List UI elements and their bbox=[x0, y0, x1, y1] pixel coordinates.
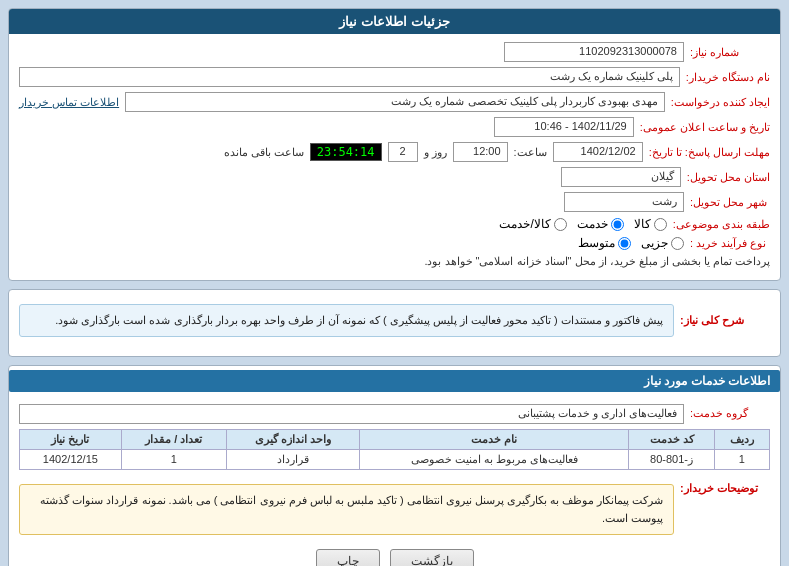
row-shomareNiaz: شماره نیاز: 1102092313000078 bbox=[19, 42, 770, 62]
grohe-row: گروه خدمت: فعالیت‌های اداری و خدمات پشتی… bbox=[19, 404, 770, 424]
col-date: تاریخ نیاز bbox=[20, 429, 122, 449]
row-ostan: استان محل تحویل: گیلان bbox=[19, 167, 770, 187]
noFarayand-jozii-label: جزیی bbox=[641, 236, 668, 250]
mohlat-timer: 23:54:14 bbox=[310, 143, 382, 161]
row-ijadKonande: ایجاد کننده درخواست: مهدی بهبودی کاربردا… bbox=[19, 92, 770, 112]
ostan-value: گیلان bbox=[561, 167, 681, 187]
ijadKonande-label: ایجاد کننده درخواست: bbox=[671, 96, 770, 109]
ijaadKonande-link[interactable]: اطلاعات تماس خریدار bbox=[19, 96, 119, 109]
namdastgah-value: پلی کلینیک شماره یک رشت bbox=[19, 67, 680, 87]
page-title: جزئیات اطلاعات نیاز bbox=[339, 14, 449, 29]
sarh-panel: شرح کلی نیاز: پیش فاکتور و مستندات ( تاک… bbox=[8, 289, 781, 357]
col-radif: ردیف bbox=[714, 429, 769, 449]
sarh-panel-body: شرح کلی نیاز: پیش فاکتور و مستندات ( تاک… bbox=[9, 290, 780, 356]
tarikh-value: 1402/11/29 - 10:46 bbox=[494, 117, 634, 137]
row-namdastgah: نام دستگاه خریدار: پلی کلینیک شماره یک ر… bbox=[19, 67, 770, 87]
row-tarikh: تاریخ و ساعت اعلان عمومی: 1402/11/29 - 1… bbox=[19, 117, 770, 137]
mohlat-baghimande-label: ساعت باقی مانده bbox=[224, 146, 304, 159]
ostan-label: استان محل تحویل: bbox=[687, 171, 770, 184]
tabaghe-radio-group: کالا خدمت کالا/خدمت bbox=[499, 217, 666, 231]
sarh-row: شرح کلی نیاز: پیش فاکتور و مستندات ( تاک… bbox=[19, 298, 770, 343]
table-row: 1ز-801-80فعالیت‌های مربوط به امنیت خصوصی… bbox=[20, 449, 770, 469]
tozih-row: توضیحات خریدار: شرکت پیمانکار موظف به بک… bbox=[19, 478, 770, 541]
info-panel: اطلاعات خدمات مورد نیاز گروه خدمت: فعالی… bbox=[8, 365, 781, 566]
shahr-label: شهر محل تحویل: bbox=[690, 196, 770, 209]
grohe-value: فعالیت‌های اداری و خدمات پشتیبانی bbox=[19, 404, 684, 424]
main-panel: جزئیات اطلاعات نیاز شماره نیاز: 11020923… bbox=[8, 8, 781, 281]
row-noFarayand: نوع فرآیند خرید : جزیی متوسط bbox=[19, 236, 770, 250]
col-count: تعداد / مقدار bbox=[121, 429, 226, 449]
mohlat-date: 1402/12/02 bbox=[553, 142, 643, 162]
sarh-title: شرح کلی نیاز: bbox=[680, 314, 770, 327]
col-kod: کد خدمت bbox=[629, 429, 714, 449]
tabaghe-kala-khadamat-label: کالا/خدمت bbox=[499, 217, 550, 231]
pardakht-note: پرداخت تمام یا بخشی از مبلغ خرید، از محل… bbox=[19, 255, 770, 268]
ijadKonande-value: مهدی بهبودی کاربردار پلی کلینیک تخصصی شم… bbox=[125, 92, 665, 112]
back-button[interactable]: بازگشت bbox=[390, 549, 474, 566]
pardakht-note-text: پرداخت تمام یا بخشی از مبلغ خرید، از محل… bbox=[424, 255, 770, 267]
radio-khadamat[interactable]: خدمت bbox=[577, 217, 624, 231]
radio-jozii[interactable]: جزیی bbox=[641, 236, 684, 250]
tozih-text: شرکت پیمانکار موظف به بکارگیری پرسنل نیر… bbox=[19, 484, 674, 535]
mohlat-saat-label: ساعت: bbox=[514, 146, 547, 159]
radio-khadamat-input[interactable] bbox=[611, 218, 624, 231]
col-unit: واحد اندازه گیری bbox=[226, 429, 359, 449]
radio-motavaset[interactable]: متوسط bbox=[578, 236, 631, 250]
main-container: جزئیات اطلاعات نیاز شماره نیاز: 11020923… bbox=[0, 0, 789, 566]
radio-kala[interactable]: کالا bbox=[634, 217, 667, 231]
tabaghe-khadamat-label: خدمت bbox=[577, 217, 608, 231]
info-title: اطلاعات خدمات مورد نیاز bbox=[9, 370, 780, 392]
row-tabaghe: طبقه بندی موضوعی: کالا خدمت کالا/خدمت bbox=[19, 217, 770, 231]
radio-motavaset-input[interactable] bbox=[618, 237, 631, 250]
col-name: نام خدمت bbox=[359, 429, 628, 449]
mohlat-rooz: 2 bbox=[388, 142, 418, 162]
tabaghe-label: طبقه بندی موضوعی: bbox=[673, 218, 770, 231]
row-mohlat: مهلت ارسال پاسخ: تا تاریخ: 1402/12/02 سا… bbox=[19, 142, 770, 162]
services-table: ردیف کد خدمت نام خدمت واحد اندازه گیری ت… bbox=[19, 429, 770, 470]
noFarayand-motavaset-label: متوسط bbox=[578, 236, 615, 250]
btn-row: بازگشت چاپ bbox=[19, 549, 770, 566]
radio-kala-khadamat[interactable]: کالا/خدمت bbox=[499, 217, 566, 231]
radio-kala-input[interactable] bbox=[654, 218, 667, 231]
shomareNiaz-value: 1102092313000078 bbox=[504, 42, 684, 62]
grohe-label: گروه خدمت: bbox=[690, 407, 770, 420]
panel-body: شماره نیاز: 1102092313000078 نام دستگاه … bbox=[9, 34, 780, 280]
mohlat-saat: 12:00 bbox=[453, 142, 508, 162]
print-button[interactable]: چاپ bbox=[316, 549, 380, 566]
namdastgah-label: نام دستگاه خریدار: bbox=[686, 71, 770, 84]
noFarayand-radio-group: جزیی متوسط bbox=[578, 236, 684, 250]
radio-jozii-input[interactable] bbox=[671, 237, 684, 250]
shomareNiaz-label: شماره نیاز: bbox=[690, 46, 770, 59]
radio-kala-khadamat-input[interactable] bbox=[554, 218, 567, 231]
tozih-label: توضیحات خریدار: bbox=[680, 478, 770, 495]
tarikh-label: تاریخ و ساعت اعلان عمومی: bbox=[640, 121, 770, 134]
mohlat-label: مهلت ارسال پاسخ: تا تاریخ: bbox=[649, 146, 770, 159]
shahr-value: رشت bbox=[564, 192, 684, 212]
panel-header: جزئیات اطلاعات نیاز bbox=[9, 9, 780, 34]
noFarayand-label: نوع فرآیند خرید : bbox=[690, 237, 770, 250]
tabaghe-kala-label: کالا bbox=[634, 217, 651, 231]
mohlat-rooz-label: روز و bbox=[424, 146, 447, 159]
row-shahr: شهر محل تحویل: رشت bbox=[19, 192, 770, 212]
sarh-text: پیش فاکتور و مستندات ( تاکید محور فعالیت… bbox=[19, 304, 674, 337]
info-panel-body: گروه خدمت: فعالیت‌های اداری و خدمات پشتی… bbox=[9, 396, 780, 566]
